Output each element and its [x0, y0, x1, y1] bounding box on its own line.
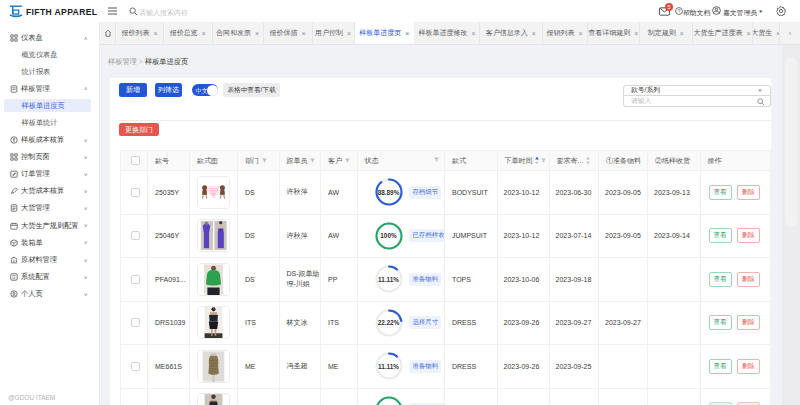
svg-text:?: ? [678, 9, 681, 14]
